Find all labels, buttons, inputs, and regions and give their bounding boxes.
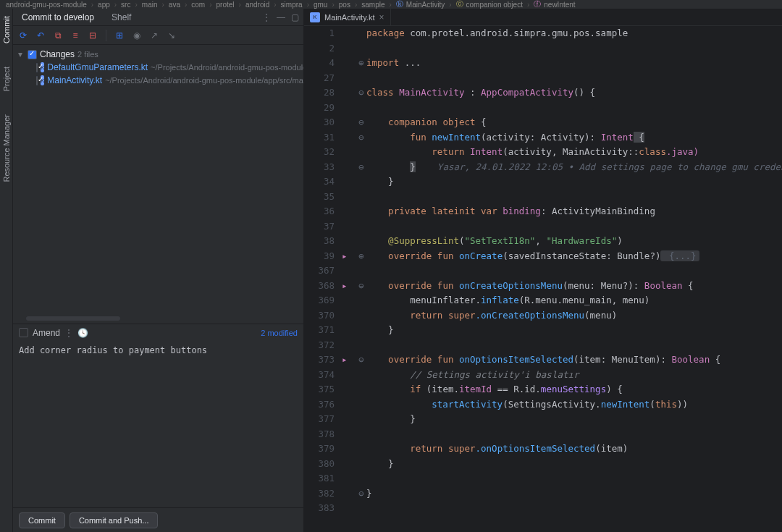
checkbox-file[interactable] — [36, 63, 38, 72]
breadcrumb: android-gmu-pos-module› app› src› main› … — [0, 0, 782, 9]
code-editor[interactable]: package com.protel.android.simpra.gmu.po… — [366, 26, 782, 532]
changed-file-path: ~/Projects/Android/android-gmu-pos-modul… — [105, 76, 303, 85]
shelve-icon[interactable]: ⊟ — [87, 30, 98, 41]
diff-icon[interactable]: ⧉ — [52, 30, 64, 41]
rail-project[interactable]: Project — [2, 62, 11, 96]
rail-commit[interactable]: Commit — [2, 12, 11, 48]
changes-toolbar: ⟳ ↶ ⧉ ≡ ⊟ ⊞ ◉ ↗ ↘ — [13, 26, 303, 45]
kotlin-file-icon: K — [310, 12, 320, 22]
commit-message-input[interactable] — [13, 341, 303, 507]
horizontal-scrollbar[interactable] — [26, 316, 120, 321]
view-icon[interactable]: ◉ — [131, 30, 143, 41]
expand-arrow-icon[interactable]: ▾ — [16, 49, 25, 59]
commit-button[interactable]: Commit — [19, 512, 65, 528]
commit-panel: Commit to develop Shelf ⋮ — ▢ ⟳ ↶ ⧉ ≡ ⊟ … — [13, 9, 304, 532]
changelist-icon[interactable]: ≡ — [70, 30, 81, 41]
checkbox-changes[interactable] — [28, 50, 37, 59]
close-tab-icon[interactable]: × — [379, 12, 384, 22]
changes-node-label: Changes — [40, 49, 75, 59]
tab-shelf[interactable]: Shelf — [107, 9, 135, 25]
history-icon[interactable]: 🕓 — [77, 328, 88, 338]
gutter-icons: ▸▸▸ — [342, 26, 356, 532]
changed-file-name[interactable]: MainActivity.kt — [47, 75, 102, 85]
editor-area: K MainActivity.kt × 12427282930313233343… — [304, 9, 782, 532]
amend-label: Amend — [33, 328, 60, 338]
collapse-icon[interactable]: ↘ — [166, 30, 177, 41]
changes-tree[interactable]: ▾ Changes 2 files K DefaultGmuParameters… — [13, 45, 303, 313]
editor-tab-label: MainActivity.kt — [324, 13, 374, 22]
rail-resource-manager[interactable]: Resource Manager — [2, 110, 11, 187]
modified-count-link[interactable]: 2 modified — [261, 329, 298, 337]
checkbox-file[interactable] — [36, 76, 38, 85]
refresh-icon[interactable]: ⟳ — [17, 30, 29, 41]
changed-file-path: ~/Projects/Android/android-gmu-pos-modul… — [151, 63, 303, 72]
expand-icon[interactable]: ↗ — [148, 30, 160, 41]
rollback-icon[interactable]: ↶ — [35, 30, 46, 41]
commit-options-icon[interactable]: ⋮ — [64, 328, 73, 338]
editor-tab[interactable]: K MainActivity.kt × — [304, 9, 391, 25]
panel-minimize-icon[interactable]: — — [277, 12, 285, 22]
tool-window-rail: Commit Project Resource Manager — [0, 9, 13, 532]
changed-file-name[interactable]: DefaultGmuParameters.kt — [47, 62, 148, 72]
line-number-gutter[interactable]: 1242728293031323334353637383936736836937… — [304, 26, 342, 532]
panel-hide-icon[interactable]: ▢ — [291, 12, 299, 22]
checkbox-amend[interactable] — [19, 328, 28, 337]
group-icon[interactable]: ⊞ — [114, 30, 125, 41]
tab-commit[interactable]: Commit to develop — [17, 9, 98, 25]
changes-count: 2 files — [77, 50, 98, 59]
commit-and-push-button[interactable]: Commit and Push... — [70, 512, 159, 528]
panel-more-icon[interactable]: ⋮ — [262, 12, 271, 22]
fold-column[interactable]: ⊕⊖⊖⊖⊖⊕⊖⊖⊖ — [356, 26, 366, 532]
